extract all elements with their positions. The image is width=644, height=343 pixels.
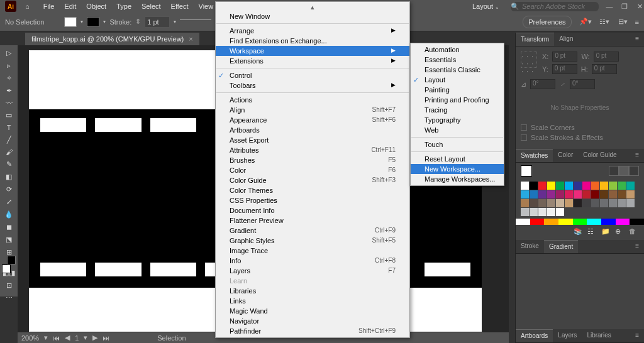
menu-item-artboards[interactable]: Artboards [216, 125, 409, 135]
menu-item-workspace[interactable]: Workspace▶ [216, 46, 409, 56]
swatch[interactable] [556, 208, 564, 216]
swatch[interactable] [547, 182, 555, 190]
swatch[interactable] [618, 190, 626, 199]
menu-item-new-workspace-[interactable]: New Workspace... [411, 164, 504, 174]
swatch[interactable] [626, 182, 635, 190]
menu-item-manage-workspaces-[interactable]: Manage Workspaces... [411, 174, 504, 184]
menu-item-toolbars[interactable]: Toolbars▶ [216, 80, 409, 90]
pen-tool[interactable]: ✒ [4, 87, 14, 95]
w-input[interactable]: 0 pt [594, 52, 619, 62]
menu-item-arrange[interactable]: Arrange▶ [216, 26, 409, 36]
preferences-button[interactable]: Preferences [523, 16, 571, 28]
swatch[interactable] [538, 182, 547, 190]
swatch[interactable] [600, 190, 608, 199]
swatch[interactable] [591, 182, 599, 190]
menu-item-reset-layout[interactable]: Reset Layout [411, 154, 504, 164]
stroke-weight-input[interactable] [145, 16, 170, 28]
menu-item-tracing[interactable]: Tracing [411, 105, 504, 115]
menu-item-pathfinder[interactable]: PathfinderShift+Ctrl+F9 [216, 326, 409, 336]
x-input[interactable]: 0 pt [552, 52, 577, 62]
swatch[interactable] [556, 199, 564, 207]
swatch[interactable] [574, 199, 582, 207]
swatch[interactable] [530, 199, 538, 207]
swatch-view-large[interactable] [629, 166, 639, 176]
magic-wand-tool[interactable]: ✧ [4, 74, 14, 82]
direct-selection-tool[interactable]: ▹ [4, 62, 14, 70]
menu-item-links[interactable]: Links [216, 296, 409, 306]
swatch[interactable] [582, 199, 591, 207]
swatch[interactable] [565, 182, 573, 190]
pin-icon[interactable]: 📌▾ [579, 18, 592, 26]
swatch[interactable] [618, 182, 626, 190]
menu-item-color[interactable]: ColorF6 [216, 165, 409, 175]
current-fill-swatch[interactable] [521, 165, 532, 177]
scale-tool[interactable]: ⤢ [4, 198, 14, 206]
swatch[interactable] [547, 208, 555, 216]
selection-tool[interactable]: ▷ [4, 49, 14, 57]
swatch[interactable] [591, 199, 599, 207]
artboard-nav-prev[interactable]: ◀ [65, 334, 70, 342]
tab-libraries[interactable]: Libraries [582, 329, 616, 342]
tab-gradient[interactable]: Gradient [544, 240, 578, 253]
swatch-options-icon[interactable]: ☷ [587, 227, 597, 237]
swatch-view-small[interactable] [619, 166, 629, 176]
tab-align[interactable]: Align [554, 33, 578, 46]
swatch[interactable] [609, 199, 617, 207]
swatch[interactable] [530, 182, 538, 190]
h-input[interactable]: 0 pt [592, 64, 617, 74]
menu-item-new-window[interactable]: New Window [216, 11, 409, 21]
menu-item-asset-export[interactable]: Asset Export [216, 135, 409, 145]
tab-color[interactable]: Color [553, 149, 578, 162]
menu-item-layout[interactable]: ✓Layout [411, 75, 504, 85]
window-restore[interactable]: ❐ [620, 3, 629, 11]
swatch[interactable] [547, 199, 555, 207]
swatch[interactable] [582, 182, 591, 190]
swatch[interactable] [521, 208, 529, 216]
menu-effect[interactable]: Effect [166, 0, 194, 13]
type-tool[interactable]: T [4, 124, 14, 131]
menu-item-navigator[interactable]: Navigator [216, 316, 409, 326]
menu-item-actions[interactable]: Actions [216, 95, 409, 105]
menu-item-css-properties[interactable]: CSS Properties [216, 195, 409, 205]
new-color-group-icon[interactable]: 📁 [601, 227, 611, 237]
artboard-nav-first[interactable]: ⏮ [53, 334, 60, 342]
menu-item-control[interactable]: ✓Control [216, 70, 409, 80]
swatch[interactable] [591, 190, 599, 199]
rotate-tool[interactable]: ⟳ [4, 185, 14, 193]
menu-file[interactable]: File [38, 0, 60, 13]
checkbox-scale-corners[interactable] [521, 124, 527, 131]
menu-item-color-themes[interactable]: Color Themes [216, 185, 409, 195]
color-spectrum[interactable] [516, 219, 644, 225]
workspace-switcher[interactable]: Layout ⌄ [461, 1, 511, 11]
swatch[interactable] [538, 190, 547, 199]
swatch-libraries-icon[interactable]: 📚 [574, 227, 584, 237]
window-minimize[interactable]: — [605, 3, 614, 10]
window-close[interactable]: ✕ [635, 3, 644, 11]
swatch-view-list[interactable] [609, 166, 619, 176]
checkbox-scale-strokes[interactable] [521, 134, 527, 141]
y-input[interactable]: 0 pt [552, 64, 577, 74]
menu-item-layers[interactable]: LayersF7 [216, 266, 409, 276]
swatch[interactable] [565, 199, 573, 207]
stroke-profile[interactable] [180, 19, 211, 28]
swatch[interactable] [582, 190, 591, 199]
align-options-icon[interactable]: ⊟▾ [618, 18, 628, 26]
menu-item-graphic-styles[interactable]: Graphic StylesShift+F5 [216, 236, 409, 246]
swatch[interactable] [626, 199, 635, 207]
swatch[interactable] [547, 190, 555, 199]
tab-artboards[interactable]: Artboards [516, 329, 553, 342]
swatch[interactable] [574, 190, 582, 199]
menu-item-extensions[interactable]: Extensions▶ [216, 56, 409, 66]
menu-item-document-info[interactable]: Document Info [216, 205, 409, 215]
swatch[interactable] [530, 208, 538, 216]
eyedropper-tool[interactable]: 💧 [4, 210, 14, 219]
menu-item-touch[interactable]: Touch [411, 139, 504, 150]
menu-item-automation[interactable]: Automation [411, 45, 504, 55]
edit-toolbar[interactable]: ⋯ [4, 294, 14, 302]
swatch[interactable] [521, 199, 529, 207]
line-tool[interactable]: ╱ [4, 136, 14, 144]
menu-edit[interactable]: Edit [59, 0, 81, 13]
swatch[interactable] [600, 199, 608, 207]
stroke-swatch[interactable] [87, 17, 99, 27]
menu-item-printing-and-proofing[interactable]: Printing and Proofing [411, 95, 504, 105]
